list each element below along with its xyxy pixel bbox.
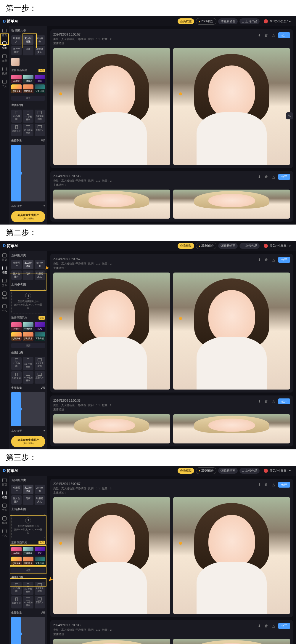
gen-image-2[interactable] — [173, 497, 290, 614]
tab-0[interactable]: 动漫图片 — [11, 485, 22, 494]
gen-image-2[interactable] — [173, 273, 290, 390]
tab-1[interactable]: 真人转动漫 — [23, 35, 33, 45]
style-1[interactable]: 干净插画 — [23, 547, 33, 555]
style-4[interactable]: 梦幻沙龙 — [23, 332, 33, 341]
delete-icon[interactable]: 🗑 — [264, 399, 269, 404]
nav-profile[interactable]: 个人 — [2, 80, 7, 88]
advanced[interactable]: 高级设置 — [11, 204, 22, 208]
nav-home[interactable]: 首页 — [2, 253, 7, 262]
style-2[interactable]: 沉光 — [35, 75, 45, 83]
generate-button[interactable]: 会员高速生成图片(消耗2积分) — [11, 211, 45, 222]
tab-5[interactable]: 动漫转真人 — [35, 495, 45, 505]
gen-image-1[interactable] — [53, 497, 170, 614]
ratio-0[interactable]: 1:1 头像图 — [11, 110, 22, 123]
nav-draw[interactable]: 绘图 — [2, 41, 7, 50]
style-4[interactable]: 梦幻沙龙 — [23, 557, 33, 565]
upload-dropzone[interactable]: ⬆ 点击或拖拽图片上传 支持20M以及JPG，PNG图片 — [11, 289, 45, 313]
advanced[interactable]: 高级设置 — [11, 429, 22, 433]
count-slider[interactable] — [11, 392, 45, 426]
style-1[interactable]: 干净插画 — [23, 75, 33, 83]
tab-5[interactable]: 动漫转真人 — [35, 270, 45, 280]
delete-icon[interactable]: 🗑 — [264, 257, 269, 262]
ratio-4[interactable]: 16:9 电脑壁纸 — [23, 596, 33, 608]
tab-4[interactable]: 电商 — [23, 46, 33, 55]
nav-article[interactable]: 文章 — [2, 279, 7, 287]
warn-icon[interactable]: △ — [271, 399, 276, 404]
gen-image-1[interactable] — [53, 48, 170, 165]
tab-1[interactable]: 真人转动漫 — [23, 260, 33, 269]
tab-2[interactable]: 文转画像 — [35, 35, 45, 45]
tab-4[interactable]: 电商 — [23, 270, 33, 280]
warn-icon[interactable]: △ — [271, 174, 276, 179]
upload-work[interactable]: ⊥ 上传作品 — [239, 18, 260, 24]
publish-button[interactable]: 公开 — [278, 32, 290, 38]
tab-2[interactable]: 文转画像 — [35, 260, 45, 269]
gen-image-2[interactable] — [173, 48, 290, 165]
credits-pill[interactable]: ●2686积分 — [196, 243, 216, 249]
count-slider[interactable] — [11, 145, 45, 201]
track-pill[interactable]: 体验新动画 — [218, 243, 238, 249]
ratio-4[interactable]: 16:9 电脑壁纸 — [23, 124, 33, 136]
upload-work[interactable]: ⊥ 上传作品 — [239, 468, 260, 474]
nav-video[interactable]: 视频 — [2, 516, 7, 525]
style-0[interactable]: AI模特 — [11, 75, 22, 83]
count-slider[interactable] — [11, 617, 45, 644]
ratio-0[interactable]: 1:1 头像图 — [11, 357, 22, 370]
style-2[interactable]: 沉光 — [35, 322, 45, 331]
nav-video[interactable]: 视频 — [2, 67, 7, 76]
delete-icon[interactable]: 🗑 — [264, 482, 269, 487]
nav-article[interactable]: 文章 — [2, 504, 7, 512]
credits-pill[interactable]: ●2686积分 — [196, 18, 216, 25]
expand-styles[interactable]: 展开 — [11, 96, 45, 101]
track-pill[interactable]: 体验新动画 — [218, 468, 238, 474]
delete-icon[interactable]: 🗑 — [264, 624, 269, 628]
nav-draw[interactable]: 绘图 — [2, 266, 7, 275]
upload-dropzone[interactable]: ⬆点击或拖拽图片上传支持20M以及JPG，PNG图片 — [11, 514, 45, 538]
nav-home[interactable]: 首页 — [2, 29, 7, 37]
download-icon[interactable]: ⬇ — [257, 257, 262, 262]
ratio-2[interactable]: 4:3 文章配图 — [35, 110, 45, 123]
style-0[interactable]: AI模特 — [11, 322, 22, 331]
ratio-1[interactable]: 1:2 手机壁纸 — [23, 110, 33, 123]
ratio-2[interactable]: 4:3 文章配图 — [35, 582, 45, 595]
nav-profile[interactable]: 个人 — [2, 304, 7, 313]
credits-pill[interactable]: ●2686积分 — [196, 467, 216, 474]
ref-image[interactable] — [11, 58, 20, 66]
track-pill[interactable]: 体验新动画 — [218, 18, 238, 24]
gen-image-3[interactable] — [53, 414, 170, 443]
style-1[interactable]: 干净插画 — [23, 322, 33, 331]
style-3[interactable]: Q版头像 — [11, 557, 22, 565]
delete-icon[interactable]: 🗑 — [264, 33, 269, 38]
gen-image-4[interactable] — [173, 414, 290, 443]
ratio-3[interactable]: 9:16 竖屏 — [11, 124, 22, 136]
style-2[interactable]: 沉光 — [35, 547, 45, 555]
tab-5[interactable]: 动漫转真人 — [35, 46, 45, 55]
warn-icon[interactable]: △ — [271, 257, 276, 262]
gen-image-3[interactable] — [53, 639, 170, 644]
tab-4[interactable]: 电商 — [23, 495, 33, 505]
publish-button[interactable]: 公开 — [278, 623, 290, 629]
gen-image-4[interactable] — [173, 639, 290, 644]
vip-pill[interactable]: 会员权益 — [178, 18, 194, 24]
ratio-2[interactable]: 4:3 文章配图 — [35, 357, 45, 370]
gen-image-4[interactable] — [173, 190, 290, 219]
nav-profile[interactable]: 个人 — [2, 529, 7, 538]
delete-icon[interactable]: 🗑 — [264, 174, 269, 179]
publish-button[interactable]: 公开 — [278, 174, 290, 180]
generate-button[interactable]: 会员高速生成图片(消耗2积分) — [11, 436, 45, 447]
style-3[interactable]: Q版头像 — [11, 84, 22, 93]
tab-0[interactable]: 动漫图片 — [11, 35, 22, 45]
nav-article[interactable]: 文章 — [2, 54, 7, 63]
vip-pill[interactable]: 会员权益 — [178, 243, 194, 249]
ratio-1[interactable]: 1:2 手机壁纸 — [23, 357, 33, 370]
user-menu[interactable]: 简Cの小奥奥n ▾ — [261, 18, 293, 24]
tab-1[interactable]: 真人转动漫 — [23, 485, 33, 494]
warn-icon[interactable]: △ — [271, 33, 276, 38]
ratio-5[interactable]: 原图尺寸 — [35, 371, 45, 384]
style-4[interactable]: 梦幻沙龙 — [23, 84, 33, 93]
download-icon[interactable]: ⬇ — [257, 482, 262, 487]
ratio-5[interactable]: 原图尺寸 — [35, 124, 45, 136]
tab-3[interactable]: 图片生图片 — [11, 46, 22, 55]
float-edit-icon[interactable]: ✎ — [286, 112, 293, 119]
publish-button[interactable]: 公开 — [278, 257, 290, 263]
